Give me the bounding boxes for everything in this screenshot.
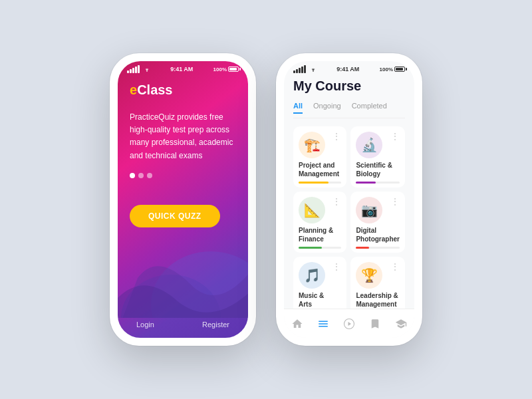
- course-progress-bar: [299, 182, 341, 184]
- svg-marker-5: [348, 322, 351, 326]
- course-icon: 🏆: [356, 262, 382, 289]
- course-menu-dots[interactable]: ⋮: [332, 197, 341, 206]
- course-name: Planning &Finance: [299, 226, 341, 243]
- course-menu-dots[interactable]: ⋮: [390, 132, 400, 141]
- course-progress-bar: [299, 247, 341, 249]
- course-name: Scientific &Biology: [356, 161, 400, 178]
- bottom-nav: [284, 309, 414, 338]
- course-menu-dots[interactable]: ⋮: [332, 132, 341, 141]
- login-link[interactable]: Login: [136, 321, 154, 329]
- nav-bookmark[interactable]: [369, 318, 381, 330]
- course-card-header: 🔬 ⋮: [356, 132, 400, 158]
- course-progress-fill: [356, 182, 376, 184]
- tab-ongoing[interactable]: Ongoing: [313, 102, 341, 114]
- dot-1[interactable]: [130, 173, 135, 178]
- course-card-header: 📐 ⋮: [299, 197, 341, 223]
- course-icon: 🎵: [299, 262, 325, 289]
- course-grid: 🏗️ ⋮ Project andManagement 🔬 ⋮ Scientifi…: [293, 126, 405, 318]
- svg-point-0: [146, 70, 148, 72]
- login-phone: 9:41 AM 100% eClass PracticeQuiz provide…: [110, 53, 256, 346]
- course-card-header: 🎵 ⋮: [299, 262, 341, 289]
- status-bar-course: 9:41 AM 100%: [284, 61, 414, 76]
- time-display: 9:41 AM: [170, 66, 193, 72]
- course-phone: 9:41 AM 100% My Course All Ongoing Compl…: [276, 53, 422, 346]
- nav-play[interactable]: [343, 318, 355, 330]
- course-menu-dots[interactable]: ⋮: [390, 262, 400, 271]
- course-progress-bar: [356, 182, 400, 184]
- dot-3[interactable]: [147, 173, 152, 178]
- course-progress-fill: [299, 247, 322, 249]
- signal-bars-2: [293, 65, 306, 73]
- course-card-header: 🏆 ⋮: [356, 262, 400, 289]
- course-name: DigitalPhotographer: [356, 226, 400, 243]
- status-bar-login: 9:41 AM 100%: [118, 61, 248, 76]
- course-name: Leadership &Management: [356, 291, 400, 309]
- course-icon: 📷: [356, 197, 382, 223]
- course-card-header: 📷 ⋮: [356, 197, 400, 223]
- tab-completed[interactable]: Completed: [352, 102, 387, 114]
- phones-container: 9:41 AM 100% eClass PracticeQuiz provide…: [110, 53, 422, 346]
- course-icon: 🏗️: [299, 132, 325, 158]
- course-card[interactable]: 🔬 ⋮ Scientific &Biology: [350, 126, 405, 188]
- course-grid-container: 🏗️ ⋮ Project andManagement 🔬 ⋮ Scientifi…: [284, 126, 414, 318]
- tab-all[interactable]: All: [293, 102, 303, 114]
- course-progress-fill: [299, 182, 329, 184]
- logo-e: e: [130, 82, 137, 97]
- logo-rest: Class: [137, 82, 172, 97]
- carousel-dots: [130, 173, 236, 178]
- dot-2[interactable]: [138, 173, 144, 178]
- course-name: Music &Arts: [299, 291, 341, 309]
- course-icon: 🔬: [356, 132, 382, 158]
- login-footer: Login Register: [118, 321, 248, 329]
- course-card[interactable]: 📐 ⋮ Planning &Finance: [293, 192, 346, 253]
- wifi-icon-2: [310, 66, 317, 72]
- course-menu-dots[interactable]: ⋮: [390, 197, 400, 206]
- course-name: Project andManagement: [299, 161, 341, 178]
- register-link[interactable]: Register: [202, 321, 229, 329]
- signal-bars: [127, 65, 140, 73]
- battery-pct: 100%: [213, 66, 227, 72]
- battery-pct-2: 100%: [380, 66, 393, 72]
- tagline-text: PracticeQuiz provides free high-quality …: [130, 111, 236, 162]
- nav-home[interactable]: [291, 318, 303, 330]
- course-card-header: 🏗️ ⋮: [299, 132, 341, 158]
- decorative-waves: [118, 198, 248, 318]
- course-menu-dots[interactable]: ⋮: [332, 262, 341, 271]
- course-card[interactable]: 📷 ⋮ DigitalPhotographer: [350, 192, 405, 253]
- svg-point-3: [313, 70, 314, 72]
- time-display-2: 9:41 AM: [336, 66, 359, 72]
- course-header: My Course All Ongoing Completed: [284, 76, 414, 118]
- nav-graduation[interactable]: [395, 318, 407, 330]
- course-icon: 📐: [299, 197, 325, 223]
- course-progress-bar: [356, 247, 400, 249]
- nav-list[interactable]: [317, 318, 329, 330]
- page-title: My Course: [293, 78, 405, 96]
- course-tabs: All Ongoing Completed: [293, 102, 405, 118]
- wifi-icon: [144, 66, 150, 72]
- course-card[interactable]: 🏗️ ⋮ Project andManagement: [293, 126, 346, 188]
- app-logo: eClass: [118, 76, 248, 98]
- course-progress-fill: [356, 247, 369, 249]
